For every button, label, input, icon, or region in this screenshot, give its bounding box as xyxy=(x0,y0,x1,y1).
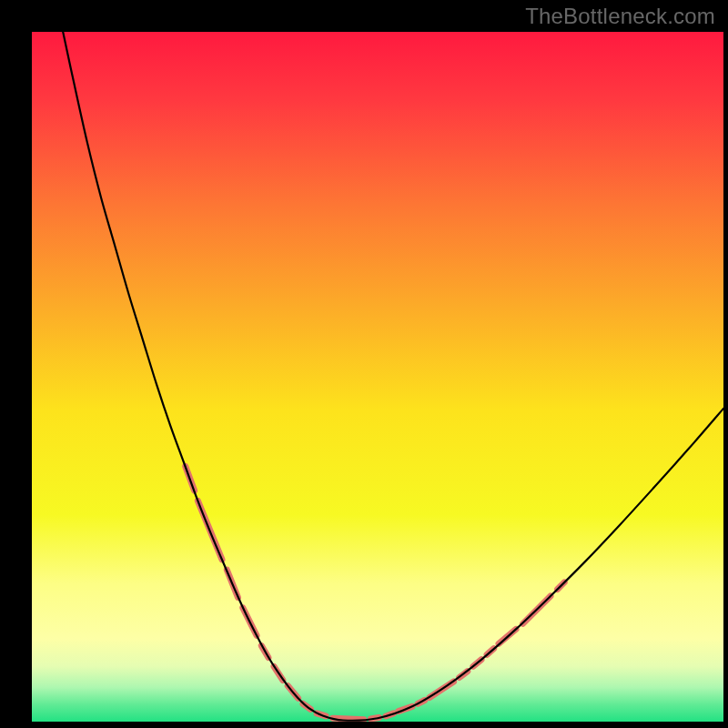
plot-area xyxy=(32,32,723,722)
chart-frame: TheBottleneck.com xyxy=(0,0,728,728)
plot-svg xyxy=(32,32,723,722)
gradient-background xyxy=(32,32,723,722)
watermark-text: TheBottleneck.com xyxy=(525,4,715,29)
